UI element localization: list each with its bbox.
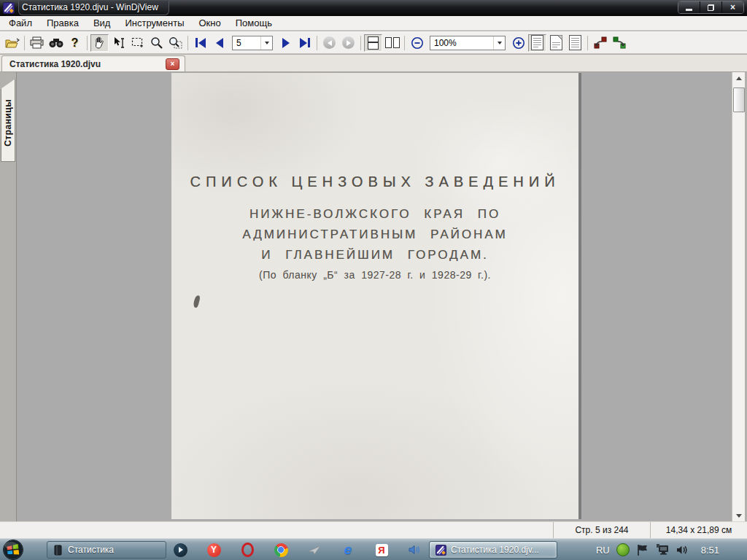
folder-window-icon xyxy=(53,545,63,556)
vertical-scrollbar[interactable] xyxy=(732,72,745,521)
chrome-icon[interactable] xyxy=(273,542,289,558)
open-button[interactable] xyxy=(3,34,21,52)
magnifier-icon xyxy=(150,36,163,49)
chevron-down-icon xyxy=(498,42,502,44)
yandex-browser-icon[interactable]: Y xyxy=(206,542,222,558)
language-indicator[interactable]: RU xyxy=(596,545,610,556)
zoom-rect-tool-button[interactable] xyxy=(166,34,185,52)
binoculars-icon xyxy=(49,37,63,48)
last-page-icon xyxy=(300,38,310,48)
zoom-combo-dropdown[interactable] xyxy=(493,36,505,50)
menu-window[interactable]: Окно xyxy=(191,17,228,30)
zoom-combo[interactable]: 100% xyxy=(430,36,506,50)
action-center-flag-icon[interactable] xyxy=(636,544,649,556)
main-area: Страницы СПИСОК ЦЕНЗОВЫХ ЗАВЕДЕНИЙ НИЖНЕ… xyxy=(0,72,747,521)
taskbar-clock[interactable]: 8:51 xyxy=(701,545,719,556)
fit-height-button[interactable] xyxy=(566,34,584,52)
zoom-in-icon xyxy=(512,36,525,50)
internet-explorer-icon[interactable]: e xyxy=(340,542,356,558)
open-folder-icon xyxy=(5,37,20,49)
taskbar-button-djvu[interactable]: Статистика 1920.djv... xyxy=(429,541,557,559)
document-view[interactable]: СПИСОК ЦЕНЗОВЫХ ЗАВЕДЕНИЙ НИЖНЕ-ВОЛЖСКОГ… xyxy=(17,72,731,521)
next-page-button[interactable] xyxy=(276,34,295,52)
scanned-page[interactable]: СПИСОК ЦЕНЗОВЫХ ЗАВЕДЕНИЙ НИЖНЕ-ВОЛЖСКОГ… xyxy=(171,73,581,519)
pages-panel-tab[interactable]: Страницы xyxy=(1,79,15,162)
taskbar-button-statistika[interactable]: Статистика xyxy=(47,541,166,559)
print-button[interactable] xyxy=(28,34,46,52)
media-player-icon[interactable] xyxy=(172,542,188,558)
marquee-icon xyxy=(131,37,144,48)
zoom-tool-button[interactable] xyxy=(147,34,166,52)
page-combo-dropdown[interactable] xyxy=(260,36,272,50)
next-page-icon xyxy=(282,38,290,48)
statusbar: Стр. 5 из 244 14,34 x 21,89 см xyxy=(0,521,747,538)
fit-page-button[interactable] xyxy=(528,34,546,52)
facing-pages-icon xyxy=(385,37,400,48)
restore-icon xyxy=(708,4,714,11)
close-button[interactable]: × xyxy=(721,1,743,13)
tab-close-button[interactable]: × xyxy=(166,58,179,70)
minimize-button[interactable] xyxy=(678,1,700,13)
find-button[interactable] xyxy=(47,34,65,52)
back-button[interactable] xyxy=(320,34,338,52)
menu-view[interactable]: Вид xyxy=(86,17,118,30)
opera-icon[interactable] xyxy=(239,542,255,558)
select-rect-tool-button[interactable] xyxy=(128,34,147,52)
scroll-down-button[interactable] xyxy=(732,510,745,521)
toolbar-separator xyxy=(317,36,317,50)
window-title: Статистика 1920.djvu - WinDjView xyxy=(18,1,169,15)
first-page-button[interactable] xyxy=(191,34,209,52)
paper-plane-icon[interactable] xyxy=(306,542,322,558)
status-page-indicator: Стр. 5 из 244 xyxy=(553,522,650,538)
page-subtitle-line1: НИЖНЕ-ВОЛЖСКОГО КРАЯ ПО xyxy=(171,204,578,225)
zoom-out-button[interactable] xyxy=(408,34,426,52)
start-button[interactable] xyxy=(2,539,24,560)
page-title: СПИСОК ЦЕНЗОВЫХ ЗАВЕДЕНИЙ xyxy=(171,174,578,190)
yandex-icon[interactable]: Я xyxy=(374,542,390,558)
antivirus-tray-icon[interactable] xyxy=(616,543,630,556)
select-text-tool-button[interactable] xyxy=(109,34,128,52)
page-number-combo[interactable]: 5 xyxy=(232,36,273,50)
toolbar-separator xyxy=(87,36,88,50)
rotate-left-button[interactable] xyxy=(591,34,609,52)
windjview-app-icon[interactable] xyxy=(3,2,15,14)
scroll-down-icon xyxy=(736,514,742,518)
document-tab[interactable]: Статистика 1920.djvu × xyxy=(1,55,185,71)
volume-tray-icon[interactable] xyxy=(676,545,689,556)
fit-height-icon xyxy=(569,35,581,50)
volume-launcher-icon[interactable] xyxy=(407,542,423,558)
menu-file[interactable]: Файл xyxy=(1,17,39,30)
rotate-right-button[interactable] xyxy=(610,34,628,52)
fit-width-button[interactable] xyxy=(547,34,565,52)
windows-logo-icon xyxy=(2,539,24,560)
minimize-icon xyxy=(686,9,692,11)
forward-icon xyxy=(342,36,355,49)
restore-button[interactable] xyxy=(700,1,721,13)
chevron-down-icon xyxy=(265,42,269,44)
forward-button[interactable] xyxy=(339,34,357,52)
window-controls: × xyxy=(678,1,744,14)
scrollbar-thumb[interactable] xyxy=(733,88,745,112)
zoom-in-button[interactable] xyxy=(509,34,527,52)
page-note: (По бланку „Б“ за 1927-28 г. и 1928-29 г… xyxy=(171,269,578,281)
facing-pages-button[interactable] xyxy=(383,34,401,52)
continuous-layout-button[interactable] xyxy=(364,34,382,52)
statusbar-message-area xyxy=(0,522,553,538)
status-page-size: 14,34 x 21,89 см xyxy=(650,522,747,538)
tab-close-icon: × xyxy=(171,61,175,68)
scroll-up-button[interactable] xyxy=(732,72,745,84)
page-subtitle-line2: АДМИНИСТРАТИВНЫМ РАЙОНАМ xyxy=(171,225,578,245)
network-tray-icon[interactable] xyxy=(656,544,670,556)
help-button[interactable]: ? xyxy=(66,34,84,52)
toolbar-separator xyxy=(24,36,25,50)
previous-page-button[interactable] xyxy=(210,34,228,52)
document-tabbar: Статистика 1920.djvu × xyxy=(0,55,747,72)
menu-tools[interactable]: Инструменты xyxy=(117,17,191,30)
help-icon: ? xyxy=(71,37,79,49)
ink-smudge xyxy=(193,295,201,308)
menu-help[interactable]: Помощь xyxy=(228,17,279,30)
pan-tool-button[interactable] xyxy=(90,34,109,52)
menu-edit[interactable]: Правка xyxy=(39,17,86,30)
last-page-button[interactable] xyxy=(295,34,314,52)
scroll-up-icon xyxy=(736,77,742,80)
